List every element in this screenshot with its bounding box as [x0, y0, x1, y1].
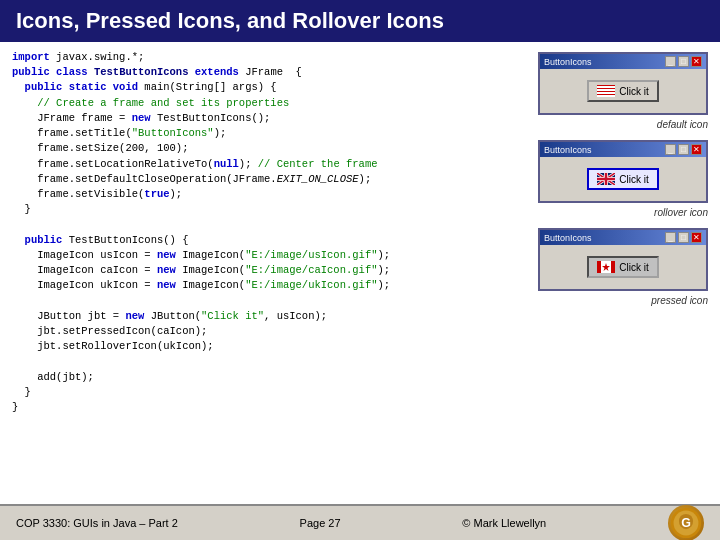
minimize-button[interactable]: _ [665, 56, 676, 67]
default-window-body: Click it [540, 69, 706, 113]
maximize-button[interactable]: □ [678, 56, 689, 67]
svg-rect-3 [611, 261, 615, 273]
pressed-window-frame: ButtonIcons _ □ ✕ [538, 228, 708, 291]
content-area: import javax.swing.*; public class TestB… [0, 42, 720, 504]
pressed-button-label: Click it [619, 262, 648, 273]
default-icon-demo: ButtonIcons _ □ ✕ Click it [508, 52, 708, 130]
default-icon-label: default icon [657, 119, 708, 130]
rollover-window-title: ButtonIcons [544, 145, 592, 155]
footer: COP 3330: GUIs in Java – Part 2 Page 27 … [0, 504, 720, 540]
pressed-icon-demo: ButtonIcons _ □ ✕ [508, 228, 708, 306]
default-button-label: Click it [619, 86, 648, 97]
footer-page: Page 27 [300, 517, 341, 529]
rollover-demo-button[interactable]: Click it [587, 168, 658, 190]
ca-flag-icon [597, 261, 615, 273]
maximize-button-2[interactable]: □ [678, 144, 689, 155]
rollover-window-controls: _ □ ✕ [665, 144, 702, 155]
rollover-icon-demo: ButtonIcons _ □ ✕ [508, 140, 708, 218]
close-button[interactable]: ✕ [691, 56, 702, 67]
page-title: Icons, Pressed Icons, and Rollover Icons [0, 0, 720, 42]
pressed-icon-label: pressed icon [651, 295, 708, 306]
svg-text:G: G [681, 516, 691, 530]
uk-flag-icon [597, 173, 615, 185]
default-window-title: ButtonIcons [544, 57, 592, 67]
close-button-2[interactable]: ✕ [691, 144, 702, 155]
logo-icon: G [670, 507, 702, 539]
minimize-button-3[interactable]: _ [665, 232, 676, 243]
footer-logo: G [668, 505, 704, 540]
pressed-window-titlebar: ButtonIcons _ □ ✕ [540, 230, 706, 245]
footer-copyright: © Mark Llewellyn [462, 517, 546, 529]
rollover-window-titlebar: ButtonIcons _ □ ✕ [540, 142, 706, 157]
rollover-button-label: Click it [619, 174, 648, 185]
page: Icons, Pressed Icons, and Rollover Icons… [0, 0, 720, 540]
maximize-button-3[interactable]: □ [678, 232, 689, 243]
pressed-window-title: ButtonIcons [544, 233, 592, 243]
us-flag-icon [597, 85, 615, 97]
close-button-3[interactable]: ✕ [691, 232, 702, 243]
code-block: import javax.swing.*; public class TestB… [12, 50, 496, 496]
pressed-window-controls: _ □ ✕ [665, 232, 702, 243]
svg-rect-2 [597, 261, 601, 273]
footer-course: COP 3330: GUIs in Java – Part 2 [16, 517, 178, 529]
pressed-demo-button[interactable]: Click it [587, 256, 658, 278]
minimize-button-2[interactable]: _ [665, 144, 676, 155]
rollover-icon-label: rollover icon [654, 207, 708, 218]
rollover-window-body: Click it [540, 157, 706, 201]
pressed-window-body: Click it [540, 245, 706, 289]
default-demo-button[interactable]: Click it [587, 80, 658, 102]
rollover-window-frame: ButtonIcons _ □ ✕ [538, 140, 708, 203]
default-window-titlebar: ButtonIcons _ □ ✕ [540, 54, 706, 69]
right-panel: ButtonIcons _ □ ✕ Click it [508, 50, 708, 496]
default-window-controls: _ □ ✕ [665, 56, 702, 67]
default-window-frame: ButtonIcons _ □ ✕ Click it [538, 52, 708, 115]
